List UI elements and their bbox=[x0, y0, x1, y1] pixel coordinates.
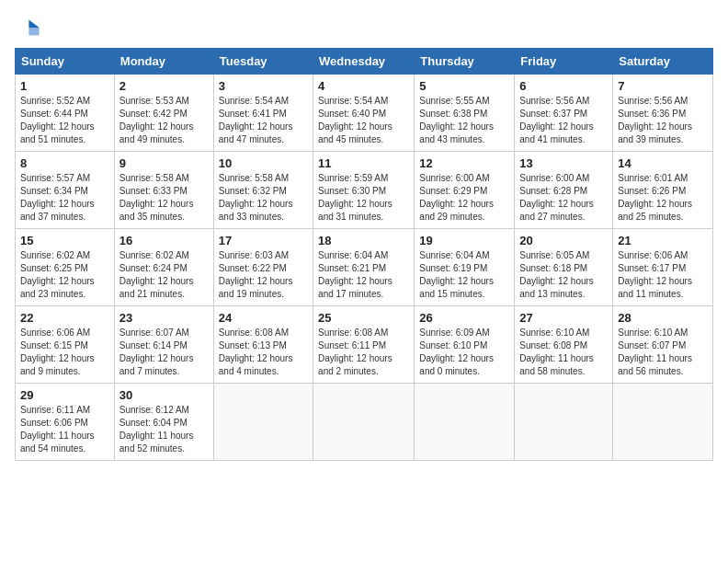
day-number: 20 bbox=[519, 234, 608, 247]
day-info: Sunrise: 5:54 AM Sunset: 6:41 PM Dayligh… bbox=[219, 95, 308, 146]
day-number: 18 bbox=[318, 234, 409, 247]
day-info: Sunrise: 6:00 AM Sunset: 6:28 PM Dayligh… bbox=[519, 172, 608, 224]
table-row bbox=[613, 384, 713, 461]
table-row bbox=[515, 384, 613, 461]
day-info: Sunrise: 5:52 AM Sunset: 6:44 PM Dayligh… bbox=[20, 95, 109, 146]
day-info: Sunrise: 6:02 AM Sunset: 6:25 PM Dayligh… bbox=[20, 249, 109, 301]
table-row: 24 Sunrise: 6:08 AM Sunset: 6:13 PM Dayl… bbox=[213, 306, 313, 384]
col-monday: Monday bbox=[114, 49, 213, 75]
table-row: 12 Sunrise: 6:00 AM Sunset: 6:29 PM Dayl… bbox=[415, 152, 515, 229]
day-info: Sunrise: 5:53 AM Sunset: 6:42 PM Dayligh… bbox=[119, 95, 209, 146]
table-row: 16 Sunrise: 6:02 AM Sunset: 6:24 PM Dayl… bbox=[114, 229, 213, 306]
day-number: 29 bbox=[20, 388, 109, 402]
calendar-week-row: 1 Sunrise: 5:52 AM Sunset: 6:44 PM Dayli… bbox=[16, 75, 713, 152]
table-row bbox=[313, 384, 415, 461]
day-number: 26 bbox=[419, 311, 509, 325]
day-number: 7 bbox=[618, 79, 708, 93]
day-number: 14 bbox=[618, 156, 708, 170]
day-info: Sunrise: 5:54 AM Sunset: 6:40 PM Dayligh… bbox=[318, 95, 409, 146]
table-row: 27 Sunrise: 6:10 AM Sunset: 6:08 PM Dayl… bbox=[515, 306, 613, 384]
day-info: Sunrise: 5:58 AM Sunset: 6:32 PM Dayligh… bbox=[219, 172, 308, 224]
col-wednesday: Wednesday bbox=[313, 49, 415, 75]
col-sunday: Sunday bbox=[16, 49, 115, 75]
table-row: 10 Sunrise: 5:58 AM Sunset: 6:32 PM Dayl… bbox=[213, 152, 313, 229]
day-number: 30 bbox=[119, 388, 209, 402]
day-number: 2 bbox=[119, 79, 209, 93]
table-row: 11 Sunrise: 5:59 AM Sunset: 6:30 PM Dayl… bbox=[313, 152, 415, 229]
table-row: 8 Sunrise: 5:57 AM Sunset: 6:34 PM Dayli… bbox=[16, 152, 115, 229]
table-row: 23 Sunrise: 6:07 AM Sunset: 6:14 PM Dayl… bbox=[114, 306, 213, 384]
table-row: 26 Sunrise: 6:09 AM Sunset: 6:10 PM Dayl… bbox=[415, 306, 515, 384]
table-row: 13 Sunrise: 6:00 AM Sunset: 6:28 PM Dayl… bbox=[515, 152, 613, 229]
page-header bbox=[15, 15, 713, 40]
day-number: 10 bbox=[219, 156, 308, 170]
day-number: 21 bbox=[618, 234, 708, 247]
day-number: 6 bbox=[519, 79, 608, 93]
col-saturday: Saturday bbox=[613, 49, 713, 75]
day-number: 23 bbox=[119, 311, 209, 325]
table-row: 19 Sunrise: 6:04 AM Sunset: 6:19 PM Dayl… bbox=[415, 229, 515, 306]
day-info: Sunrise: 6:01 AM Sunset: 6:26 PM Dayligh… bbox=[618, 172, 708, 224]
table-row: 22 Sunrise: 6:06 AM Sunset: 6:15 PM Dayl… bbox=[16, 306, 115, 384]
day-info: Sunrise: 6:10 AM Sunset: 6:07 PM Dayligh… bbox=[618, 327, 708, 378]
svg-marker-0 bbox=[28, 20, 39, 28]
table-row: 3 Sunrise: 5:54 AM Sunset: 6:41 PM Dayli… bbox=[213, 75, 313, 152]
day-info: Sunrise: 5:57 AM Sunset: 6:34 PM Dayligh… bbox=[20, 172, 109, 224]
day-info: Sunrise: 6:06 AM Sunset: 6:17 PM Dayligh… bbox=[618, 249, 708, 301]
day-info: Sunrise: 6:09 AM Sunset: 6:10 PM Dayligh… bbox=[419, 327, 509, 378]
day-number: 24 bbox=[219, 311, 308, 325]
day-number: 11 bbox=[318, 156, 409, 170]
day-number: 12 bbox=[419, 156, 509, 170]
day-number: 4 bbox=[318, 79, 409, 93]
day-number: 3 bbox=[219, 79, 308, 93]
day-info: Sunrise: 5:56 AM Sunset: 6:37 PM Dayligh… bbox=[519, 95, 608, 146]
day-info: Sunrise: 6:00 AM Sunset: 6:29 PM Dayligh… bbox=[419, 172, 509, 224]
day-info: Sunrise: 5:56 AM Sunset: 6:36 PM Dayligh… bbox=[618, 95, 708, 146]
day-info: Sunrise: 6:08 AM Sunset: 6:13 PM Dayligh… bbox=[219, 327, 308, 378]
col-thursday: Thursday bbox=[415, 49, 515, 75]
table-row bbox=[415, 384, 515, 461]
table-row: 30 Sunrise: 6:12 AM Sunset: 6:04 PM Dayl… bbox=[114, 384, 213, 461]
col-friday: Friday bbox=[515, 49, 613, 75]
day-info: Sunrise: 6:02 AM Sunset: 6:24 PM Dayligh… bbox=[119, 249, 209, 301]
day-info: Sunrise: 6:10 AM Sunset: 6:08 PM Dayligh… bbox=[519, 327, 608, 378]
day-info: Sunrise: 6:07 AM Sunset: 6:14 PM Dayligh… bbox=[119, 327, 209, 378]
table-row: 2 Sunrise: 5:53 AM Sunset: 6:42 PM Dayli… bbox=[114, 75, 213, 152]
calendar-week-row: 15 Sunrise: 6:02 AM Sunset: 6:25 PM Dayl… bbox=[16, 229, 713, 306]
table-row: 7 Sunrise: 5:56 AM Sunset: 6:36 PM Dayli… bbox=[613, 75, 713, 152]
day-info: Sunrise: 6:03 AM Sunset: 6:22 PM Dayligh… bbox=[219, 249, 308, 301]
day-info: Sunrise: 6:08 AM Sunset: 6:11 PM Dayligh… bbox=[318, 327, 409, 378]
day-info: Sunrise: 6:04 AM Sunset: 6:21 PM Dayligh… bbox=[318, 249, 409, 301]
table-row: 5 Sunrise: 5:55 AM Sunset: 6:38 PM Dayli… bbox=[415, 75, 515, 152]
table-row: 9 Sunrise: 5:58 AM Sunset: 6:33 PM Dayli… bbox=[114, 152, 213, 229]
day-info: Sunrise: 6:06 AM Sunset: 6:15 PM Dayligh… bbox=[20, 327, 109, 378]
calendar-body: 1 Sunrise: 5:52 AM Sunset: 6:44 PM Dayli… bbox=[16, 75, 713, 461]
table-row: 4 Sunrise: 5:54 AM Sunset: 6:40 PM Dayli… bbox=[313, 75, 415, 152]
calendar-week-row: 29 Sunrise: 6:11 AM Sunset: 6:06 PM Dayl… bbox=[16, 384, 713, 461]
table-row bbox=[213, 384, 313, 461]
day-info: Sunrise: 5:58 AM Sunset: 6:33 PM Dayligh… bbox=[119, 172, 209, 224]
table-row: 21 Sunrise: 6:06 AM Sunset: 6:17 PM Dayl… bbox=[613, 229, 713, 306]
day-number: 19 bbox=[419, 234, 509, 247]
day-number: 17 bbox=[219, 234, 308, 247]
table-row: 18 Sunrise: 6:04 AM Sunset: 6:21 PM Dayl… bbox=[313, 229, 415, 306]
day-info: Sunrise: 6:11 AM Sunset: 6:06 PM Dayligh… bbox=[20, 404, 109, 455]
day-number: 9 bbox=[119, 156, 209, 170]
table-row: 1 Sunrise: 5:52 AM Sunset: 6:44 PM Dayli… bbox=[16, 75, 115, 152]
day-info: Sunrise: 5:59 AM Sunset: 6:30 PM Dayligh… bbox=[318, 172, 409, 224]
day-number: 16 bbox=[119, 234, 209, 247]
day-number: 1 bbox=[20, 79, 109, 93]
table-row: 17 Sunrise: 6:03 AM Sunset: 6:22 PM Dayl… bbox=[213, 229, 313, 306]
logo bbox=[15, 15, 44, 40]
day-number: 22 bbox=[20, 311, 109, 325]
table-row: 20 Sunrise: 6:05 AM Sunset: 6:18 PM Dayl… bbox=[515, 229, 613, 306]
logo-icon bbox=[15, 15, 40, 40]
day-info: Sunrise: 6:04 AM Sunset: 6:19 PM Dayligh… bbox=[419, 249, 509, 301]
day-number: 28 bbox=[618, 311, 708, 325]
day-info: Sunrise: 5:55 AM Sunset: 6:38 PM Dayligh… bbox=[419, 95, 509, 146]
day-info: Sunrise: 6:05 AM Sunset: 6:18 PM Dayligh… bbox=[519, 249, 608, 301]
day-number: 5 bbox=[419, 79, 509, 93]
day-number: 25 bbox=[318, 311, 409, 325]
day-number: 27 bbox=[519, 311, 608, 325]
col-tuesday: Tuesday bbox=[213, 49, 313, 75]
